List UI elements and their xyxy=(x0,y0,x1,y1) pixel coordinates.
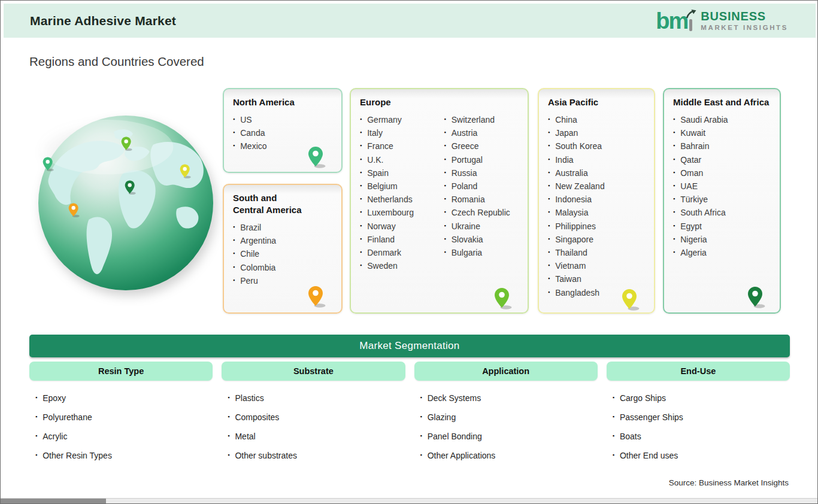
bullet-icon: ▪ xyxy=(444,169,446,175)
country-item: ▪Austria xyxy=(443,126,520,139)
list-item-label: Türkiye xyxy=(680,195,708,204)
country-item: ▪Greece xyxy=(443,139,520,153)
globe-pin-europe-icon xyxy=(121,136,133,151)
pin-hole xyxy=(71,206,75,210)
header-strip: Marine Adhesive Market bm BUSINESS MARKE… xyxy=(4,4,816,38)
country-item: ▪France xyxy=(359,139,436,153)
bullet-icon: ▪ xyxy=(548,196,550,202)
bullet-icon: ▪ xyxy=(228,414,229,420)
bullet-icon: ▪ xyxy=(673,169,675,175)
country-item: ▪Switzerland xyxy=(443,113,520,126)
bullet-icon: ▪ xyxy=(673,236,675,242)
bullet-icon: ▪ xyxy=(444,249,446,255)
country-list: ▪Germany▪Italy▪France▪U.K.▪Spain▪Belgium… xyxy=(359,113,520,272)
country-item: ▪Oman xyxy=(672,166,772,180)
list-item-label: Kuwait xyxy=(680,128,705,138)
pin-shape xyxy=(748,287,762,306)
list-item-label: Thailand xyxy=(555,248,587,257)
globe-illustration xyxy=(37,112,215,294)
logo-text: BUSINESS MARKET INSIGHTS xyxy=(701,10,788,32)
bullet-icon: ▪ xyxy=(233,237,235,243)
bullet-icon: ▪ xyxy=(233,129,235,135)
country-item: ▪Belgium xyxy=(359,180,436,193)
list-item-label: Spain xyxy=(367,168,389,178)
country-list: ▪Saudi Arabia▪Kuwait▪Bahrain▪Qatar▪Oman▪… xyxy=(672,113,772,259)
pin-hole xyxy=(499,292,505,298)
bullet-icon: ▪ xyxy=(444,142,446,148)
list-item-label: Brazil xyxy=(240,223,261,232)
bullet-icon: ▪ xyxy=(673,129,675,135)
list-item-label: Other End uses xyxy=(620,451,678,460)
country-item: ▪Denmark xyxy=(359,246,436,259)
segmentation-title-bar: Market Segmentation xyxy=(29,335,790,357)
country-item: ▪Algeria xyxy=(672,246,772,259)
bullet-icon: ▪ xyxy=(673,116,675,122)
list-item-label: New Zealand xyxy=(555,181,605,191)
bullet-icon: ▪ xyxy=(444,196,446,202)
region-title: Middle East and Africa xyxy=(673,96,772,108)
country-item: ▪China xyxy=(547,113,646,126)
list-item-label: Sweden xyxy=(367,261,398,271)
page-title: Marine Adhesive Market xyxy=(30,13,176,28)
bullet-icon: ▪ xyxy=(360,262,362,268)
list-item-label: Argentina xyxy=(240,236,276,245)
segmentation-item-lists: ▪Epoxy▪Polyurethane▪Acrylic▪Other Resin … xyxy=(29,388,790,465)
bullet-icon: ▪ xyxy=(444,156,446,162)
scrollbar-thumb[interactable] xyxy=(1,499,106,503)
segment-header-substrate: Substrate xyxy=(222,362,405,381)
list-item-label: South Korea xyxy=(555,141,602,151)
bullet-icon: ▪ xyxy=(548,289,550,295)
bullet-icon: ▪ xyxy=(35,433,37,439)
country-item: ▪Russia xyxy=(443,166,520,180)
country-item: ▪Türkiye xyxy=(672,193,772,206)
bullet-icon: ▪ xyxy=(360,169,362,175)
bullet-icon: ▪ xyxy=(360,249,362,255)
list-item-label: Egypt xyxy=(680,221,702,231)
region-card-north-america: North America ▪US▪Canda▪Mexico xyxy=(223,88,343,173)
bullet-icon: ▪ xyxy=(233,142,235,148)
list-item-label: Bangladesh xyxy=(555,288,599,297)
list-item-label: Polyurethane xyxy=(43,412,92,422)
country-item: ▪Malaysia xyxy=(547,206,646,219)
bullet-icon: ▪ xyxy=(35,414,37,420)
globe-pin-middle-east-africa-icon xyxy=(125,180,137,195)
list-item-label: Epoxy xyxy=(43,393,66,403)
list-item-label: Bulgaria xyxy=(452,248,482,257)
region-title: North America xyxy=(233,96,334,108)
list-item-label: Oman xyxy=(680,168,703,178)
country-item: ▪US xyxy=(232,113,334,126)
list-item-label: Switzerland xyxy=(452,115,495,125)
country-list: ▪Brazil▪Argentina▪Chile▪Colombia▪Peru xyxy=(232,221,334,287)
list-item-label: Plastics xyxy=(235,393,263,403)
bmi-logo-mark-icon: bm xyxy=(656,11,695,31)
pin-shape xyxy=(43,157,53,171)
country-item: ▪Poland xyxy=(443,180,520,193)
country-item: ▪Romania xyxy=(443,193,520,206)
country-item: ▪Portugal xyxy=(443,153,520,166)
list-item-label: Indonesia xyxy=(555,195,592,204)
segment-header-end-use: End-Use xyxy=(607,362,790,381)
segment-item: ▪Passenger Ships xyxy=(607,408,790,427)
bullet-icon: ▪ xyxy=(548,156,550,162)
segment-header-resin-type: Resin Type xyxy=(29,362,213,381)
bullet-icon: ▪ xyxy=(673,142,675,148)
bullet-icon: ▪ xyxy=(35,452,37,458)
country-item: ▪Bulgaria xyxy=(443,246,520,259)
horizontal-scrollbar[interactable] xyxy=(1,498,817,503)
bullet-icon: ▪ xyxy=(420,414,422,420)
bullet-icon: ▪ xyxy=(613,414,614,420)
pin-hole xyxy=(183,167,186,171)
location-pin-icon xyxy=(494,287,512,309)
region-card-europe: Europe ▪Germany▪Italy▪France▪U.K.▪Spain▪… xyxy=(350,88,529,314)
pin-hole xyxy=(128,183,131,187)
bullet-icon: ▪ xyxy=(233,264,235,270)
list-item-label: South Africa xyxy=(680,208,726,217)
list-item-label: Composites xyxy=(235,412,279,422)
country-item: ▪India xyxy=(547,153,646,166)
bullet-icon: ▪ xyxy=(444,129,446,135)
logo-mark-i xyxy=(687,11,695,31)
country-item: ▪Czech Republic xyxy=(443,206,520,219)
list-item-label: Belgium xyxy=(367,181,398,191)
list-item-label: Passenger Ships xyxy=(620,412,683,422)
segment-list-application: ▪Deck Systems▪Glazing▪Panel Bonding▪Othe… xyxy=(414,388,598,465)
